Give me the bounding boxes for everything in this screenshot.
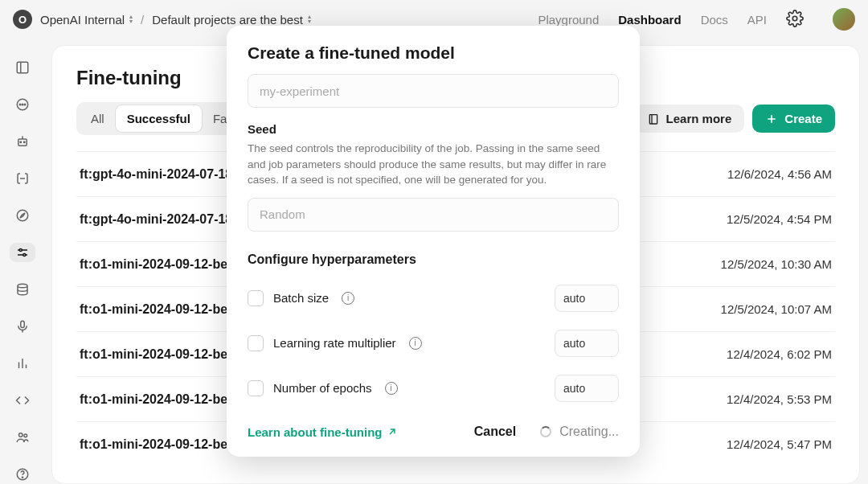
help-icon[interactable] xyxy=(10,465,35,484)
page-title: Fine-tuning xyxy=(76,67,182,89)
create-finetune-modal: Create a fine-tuned model Seed The seed … xyxy=(227,26,640,457)
seed-help-text: The seed controls the reproducibility of… xyxy=(248,141,619,188)
svg-rect-28 xyxy=(649,114,657,123)
cancel-button[interactable]: Cancel xyxy=(474,425,516,439)
svg-point-27 xyxy=(22,477,23,478)
modal-title: Create a fine-tuned model xyxy=(248,43,619,63)
svg-line-32 xyxy=(391,429,395,434)
robot-icon[interactable] xyxy=(10,132,35,151)
code-icon[interactable] xyxy=(10,391,35,410)
lr-input[interactable] xyxy=(555,330,619,357)
info-icon[interactable]: i xyxy=(409,337,422,350)
svg-point-18 xyxy=(18,284,27,288)
svg-point-4 xyxy=(19,104,21,105)
hyperparameters-heading: Configure hyperparameters xyxy=(248,252,619,267)
book-icon xyxy=(647,113,660,125)
org-badge[interactable]: O xyxy=(13,10,32,29)
lr-label: Learning rate multiplier xyxy=(273,336,396,350)
compass-icon[interactable] xyxy=(10,206,35,225)
svg-marker-13 xyxy=(20,213,25,218)
svg-point-8 xyxy=(20,142,22,143)
database-icon[interactable] xyxy=(10,280,35,299)
create-button[interactable]: Create xyxy=(752,105,835,133)
chevron-updown-icon: ▴▾ xyxy=(129,14,133,24)
hp-batch-row: Batch size i xyxy=(248,285,619,312)
creating-status: Creating... xyxy=(540,425,619,439)
seed-label: Seed xyxy=(248,122,619,136)
svg-point-9 xyxy=(24,142,26,143)
project-selector[interactable]: Default projects are the best ▴▾ xyxy=(152,13,311,27)
breadcrumb-separator: / xyxy=(141,13,144,27)
name-input[interactable] xyxy=(248,74,619,108)
nav-playground[interactable]: Playground xyxy=(538,13,599,27)
brackets-icon[interactable] xyxy=(10,169,35,188)
nav-dashboard[interactable]: Dashboard xyxy=(618,13,681,27)
lr-checkbox[interactable] xyxy=(248,335,264,351)
bar-chart-icon[interactable] xyxy=(10,354,35,373)
svg-point-25 xyxy=(24,434,27,437)
chat-icon[interactable] xyxy=(10,95,35,114)
svg-point-0 xyxy=(792,16,797,21)
batch-input[interactable] xyxy=(555,285,619,312)
seed-input[interactable] xyxy=(248,198,619,232)
info-icon[interactable]: i xyxy=(342,292,354,305)
batch-label: Batch size xyxy=(273,291,329,305)
org-selector[interactable]: OpenAI Internal ▴▾ xyxy=(40,13,133,27)
sidebar xyxy=(0,39,45,484)
tab-all[interactable]: All xyxy=(80,105,116,132)
nav-api[interactable]: API xyxy=(747,13,767,27)
avatar[interactable] xyxy=(833,8,855,31)
svg-point-6 xyxy=(24,104,26,105)
epochs-checkbox[interactable] xyxy=(248,380,264,396)
users-icon[interactable] xyxy=(10,428,35,447)
svg-rect-1 xyxy=(17,62,28,73)
hp-epochs-row: Number of epochs i xyxy=(248,375,619,402)
info-icon[interactable]: i xyxy=(385,382,398,395)
sliders-icon[interactable] xyxy=(10,243,35,262)
epochs-input[interactable] xyxy=(555,375,619,402)
svg-point-24 xyxy=(19,433,23,437)
learn-about-link[interactable]: Learn about fine-tuning xyxy=(248,425,398,439)
project-name: Default projects are the best xyxy=(152,13,303,27)
panel-icon[interactable] xyxy=(10,58,35,77)
svg-point-17 xyxy=(23,254,26,256)
epochs-label: Number of epochs xyxy=(273,381,372,395)
nav-docs[interactable]: Docs xyxy=(701,13,728,27)
gear-icon[interactable] xyxy=(786,10,804,30)
svg-point-5 xyxy=(22,104,23,105)
external-link-icon xyxy=(387,426,398,437)
breadcrumb: OpenAI Internal ▴▾ / Default projects ar… xyxy=(40,13,311,27)
svg-point-12 xyxy=(17,210,28,221)
mic-icon[interactable] xyxy=(10,317,35,336)
tab-successful[interactable]: Successful xyxy=(116,105,202,132)
spinner-icon xyxy=(540,426,551,437)
org-name: OpenAI Internal xyxy=(40,13,125,27)
batch-checkbox[interactable] xyxy=(248,290,264,306)
svg-point-15 xyxy=(19,249,22,252)
svg-rect-19 xyxy=(21,321,25,327)
hp-lr-row: Learning rate multiplier i xyxy=(248,330,619,357)
plus-icon xyxy=(765,113,778,125)
chevron-updown-icon: ▴▾ xyxy=(308,14,311,24)
learn-more-button[interactable]: Learn more xyxy=(634,105,745,133)
